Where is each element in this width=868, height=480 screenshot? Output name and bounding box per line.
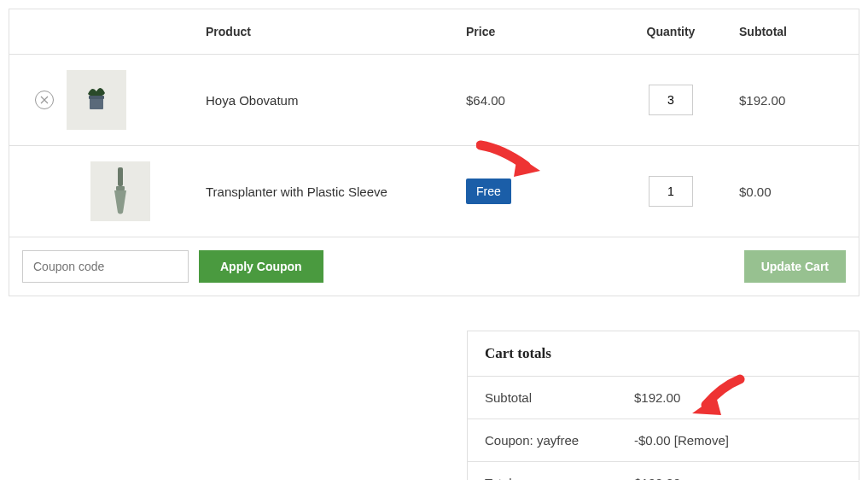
update-cart-button[interactable]: Update Cart xyxy=(744,250,846,283)
header-price: Price xyxy=(466,25,603,38)
total-value: $192.00 xyxy=(634,476,680,480)
remove-coupon-link[interactable]: [Remove] xyxy=(674,433,729,448)
header-subtotal: Subtotal xyxy=(739,25,859,38)
coupon-value: -$0.00 xyxy=(634,433,671,448)
quantity-cell xyxy=(603,85,739,115)
header-product: Product xyxy=(206,25,466,38)
cart-totals-box: Cart totals Subtotal $192.00 Coupon: yay… xyxy=(467,331,859,480)
cart-row: Transplanter with Plastic Sleeve Free $0… xyxy=(9,146,859,237)
quantity-cell xyxy=(603,176,739,207)
quantity-input[interactable] xyxy=(649,176,693,207)
totals-subtotal-row: Subtotal $192.00 xyxy=(468,377,859,419)
product-image[interactable] xyxy=(67,70,126,130)
coupon-group: Apply Coupon xyxy=(22,250,323,283)
totals-total-row: Total $192.00 xyxy=(468,462,859,480)
coupon-code-input[interactable] xyxy=(22,250,189,283)
quantity-input[interactable] xyxy=(649,85,693,115)
total-label: Total xyxy=(485,476,634,480)
product-name-link[interactable]: Hoya Obovatum xyxy=(206,93,466,108)
remove-item-icon[interactable] xyxy=(35,91,54,109)
item-subtotal: $192.00 xyxy=(739,93,859,108)
cart-header-row: Product Price Quantity Subtotal xyxy=(9,9,859,55)
subtotal-label: Subtotal xyxy=(485,390,634,405)
header-quantity: Quantity xyxy=(603,25,739,38)
totals-coupon-row: Coupon: yayfree -$0.00 [Remove] xyxy=(468,419,859,462)
cart-row: Hoya Obovatum $64.00 $192.00 xyxy=(9,55,859,146)
svg-rect-2 xyxy=(118,167,123,186)
free-badge: Free xyxy=(466,179,511,204)
cart-table: Product Price Quantity Subtotal Hoya Obo… xyxy=(9,9,859,296)
item-price: Free xyxy=(466,179,603,204)
item-price: $64.00 xyxy=(466,93,603,108)
coupon-value-wrap: -$0.00 [Remove] xyxy=(634,433,729,448)
header-spacer xyxy=(9,25,206,38)
product-thumb-cell xyxy=(9,161,206,221)
product-image[interactable] xyxy=(90,161,150,221)
svg-rect-3 xyxy=(116,186,125,190)
svg-rect-1 xyxy=(89,96,104,99)
subtotal-value: $192.00 xyxy=(634,390,680,405)
cart-totals-title: Cart totals xyxy=(468,331,859,377)
product-name-link[interactable]: Transplanter with Plastic Sleeve xyxy=(206,184,466,199)
product-thumb-cell xyxy=(9,70,206,130)
coupon-label: Coupon: yayfree xyxy=(485,433,634,448)
cart-actions-row: Apply Coupon Update Cart xyxy=(9,237,859,296)
apply-coupon-button[interactable]: Apply Coupon xyxy=(199,250,323,283)
item-subtotal: $0.00 xyxy=(739,184,859,199)
